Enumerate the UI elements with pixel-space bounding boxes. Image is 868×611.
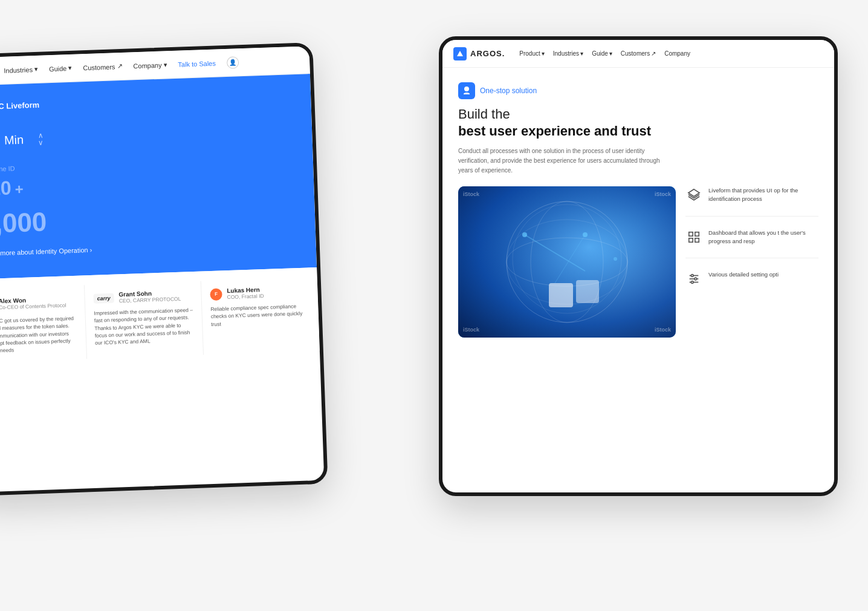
svg-point-23 — [691, 281, 693, 284]
globe-image: iStock iStock iStock iStock — [458, 186, 676, 338]
feature-3: Various detailed setting opti — [685, 270, 818, 287]
watermark-br: iStock — [655, 327, 671, 333]
right-nav-guide[interactable]: Guide▾ — [592, 50, 612, 57]
watermark-tl: iStock — [463, 191, 479, 197]
main-area: iStock iStock iStock iStock — [458, 186, 818, 338]
svg-rect-15 — [695, 232, 699, 235]
author-3: F Lukas Hern COO, Fractal ID — [210, 284, 309, 301]
badge-row: One-stop solution — [458, 82, 818, 99]
author-1: A Alex Won Co-CEO of Contents Protocol — [0, 293, 76, 313]
grid-icon — [685, 229, 702, 246]
hero-title: os KYC Liveform — [0, 91, 296, 111]
nav-company[interactable]: Company ▾ — [133, 60, 167, 70]
logo: ARGOS. — [453, 47, 505, 60]
svg-point-3 — [507, 238, 627, 286]
svg-point-11 — [583, 232, 588, 237]
carry-logo: carry — [93, 293, 114, 303]
svg-line-8 — [525, 235, 585, 271]
sliders-icon — [685, 270, 702, 287]
nav-customers[interactable]: Customers ↗ — [83, 62, 123, 71]
svg-rect-17 — [695, 238, 699, 241]
svg-point-12 — [614, 257, 617, 261]
user-icon[interactable]: 👤 — [226, 56, 239, 69]
svg-marker-0 — [457, 51, 463, 56]
right-content: One-stop solution Build the best user ex… — [442, 68, 834, 352]
stat-1-label: Min — [4, 132, 24, 147]
stat-row-2: 210 + — [0, 167, 300, 203]
heading-light: Build the — [458, 106, 818, 122]
right-nav-items: Product▾ Industries▾ Guide▾ Customers↗ C… — [519, 50, 690, 57]
badge-icon — [458, 82, 475, 99]
globe-visual: iStock iStock iStock iStock — [458, 186, 676, 338]
testimonial-card-2: carry Grant Sohn CEO, CARRY PROTOCOL Imp… — [85, 281, 204, 359]
nav-talk-sales[interactable]: Talk to Sales — [178, 59, 216, 68]
right-nav-product[interactable]: Product▾ — [519, 50, 544, 57]
logo-icon — [453, 47, 467, 60]
right-nav: ARGOS. Product▾ Industries▾ Guide▾ Custo… — [442, 40, 834, 68]
testimonial-card-1: A Alex Won Co-CEO of Contents Protocol A… — [0, 285, 87, 362]
stat-2-number: 210 — [0, 177, 11, 200]
watermark-tr: iStock — [655, 191, 671, 197]
right-nav-industries[interactable]: Industries▾ — [553, 50, 583, 57]
feature-divider-1 — [685, 216, 818, 217]
stat-3-number: 2,000 — [0, 198, 301, 239]
badge-text: One-stop solution — [480, 87, 537, 95]
testimonial-text-3: Reliable compliance spec compliance chec… — [210, 302, 310, 328]
stat-2-suffix: + — [15, 181, 24, 198]
right-nav-company[interactable]: Company — [664, 50, 690, 57]
svg-rect-14 — [689, 232, 693, 235]
feature-text-2: Dashboard that allows you t the user's p… — [708, 229, 818, 246]
left-hero: os KYC Liveform 5 Min ∧ ∨ nd for the ID … — [0, 74, 317, 279]
feature-text-3: Various detailed setting opti — [708, 270, 779, 279]
feature-2: Dashboard that allows you t the user's p… — [685, 229, 818, 246]
testimonial-text-1: Argos KYC got us covered by the required… — [0, 315, 78, 355]
feature-1: Liveform that provides UI op for the ide… — [685, 186, 818, 204]
svg-rect-6 — [549, 283, 573, 307]
svg-rect-7 — [576, 280, 599, 303]
watermark-bl: iStock — [463, 327, 479, 333]
testimonial-card-3: F Lukas Hern COO, Fractal ID Reliable co… — [201, 277, 320, 355]
right-tablet: ARGOS. Product▾ Industries▾ Guide▾ Custo… — [439, 36, 838, 496]
fractal-logo: F — [210, 288, 222, 301]
feature-list: Liveform that provides UI op for the ide… — [676, 186, 818, 338]
layers-icon — [685, 186, 702, 203]
svg-line-9 — [555, 235, 585, 283]
right-nav-customers[interactable]: Customers↗ — [621, 50, 656, 57]
nav-guide[interactable]: Guide ▾ — [49, 64, 73, 73]
chevron-up-icon: ∧ — [36, 132, 45, 139]
stat-row-1: 5 Min ∧ ∨ — [0, 115, 298, 156]
feature-text-1: Liveform that provides UI op for the ide… — [708, 186, 818, 204]
testimonial-text-2: Impressed with the communication speed –… — [94, 306, 194, 347]
logo-text: ARGOS. — [470, 49, 505, 58]
left-tablet: uduct ▾ Industries ▾ Guide ▾ Customers ↗… — [0, 42, 328, 496]
testimonials-row: A Alex Won Co-CEO of Contents Protocol A… — [0, 267, 320, 363]
chevron-group: ∧ ∨ — [36, 132, 46, 146]
svg-point-22 — [695, 278, 697, 280]
chevron-down-icon: ∨ — [36, 139, 45, 146]
hero-link[interactable]: Learn more about Identity Operation › — [0, 246, 92, 257]
author-2: carry Grant Sohn CEO, CARRY PROTOCOL — [93, 289, 193, 305]
feature-divider-2 — [685, 258, 818, 258]
description: Conduct all processes with one solution … — [458, 146, 676, 175]
heading-bold: best user experience and trust — [458, 123, 818, 139]
svg-point-10 — [522, 232, 527, 237]
author-role-2: CEO, CARRY PROTOCOL — [119, 296, 181, 304]
author-role-3: COO, Fractal ID — [227, 293, 264, 300]
svg-rect-16 — [689, 238, 693, 241]
nav-industries[interactable]: Industries ▾ — [4, 65, 38, 74]
svg-point-21 — [691, 275, 693, 277]
